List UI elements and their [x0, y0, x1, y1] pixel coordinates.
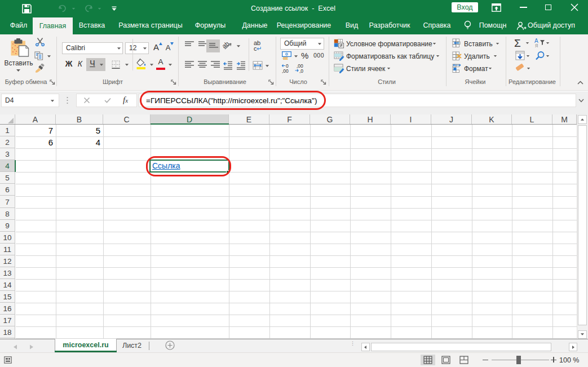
svg-text:,00: ,00	[282, 68, 289, 74]
svg-text:,0: ,0	[299, 68, 303, 74]
